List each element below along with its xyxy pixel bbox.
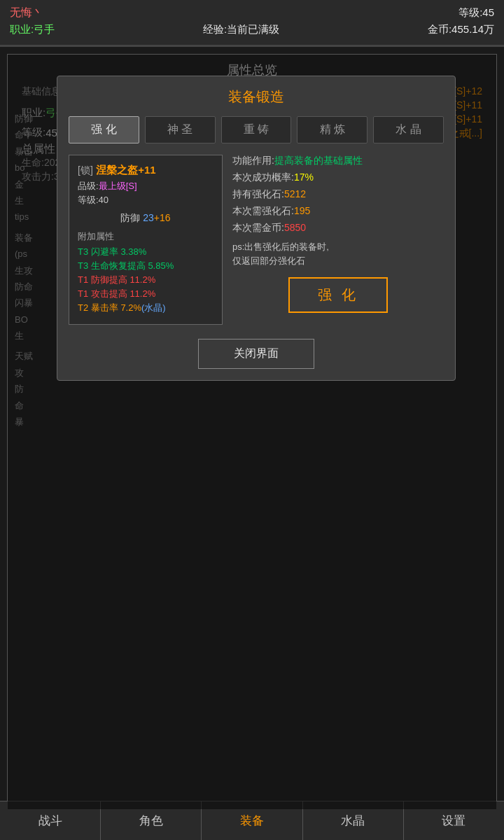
attr-1: T3 闪避率 3.38% <box>78 246 214 258</box>
info-function: 功能作用:提高装备的基础属性 <box>232 155 444 167</box>
player-name: 无悔丶 <box>10 6 43 20</box>
info-panel: 功能作用:提高装备的基础属性 本次成功概率:17% 持有强化石:5212 本次需… <box>232 155 444 325</box>
item-lock-label: [锁] <box>78 164 93 176</box>
attr-5: T2 暴击率 7.2%(水晶) <box>78 302 214 314</box>
attr-3: T1 防御提高 11.2% <box>78 274 214 286</box>
player-level: 等级:45 <box>458 6 494 20</box>
info-stones-owned: 持有强化石:5212 <box>232 188 444 201</box>
tab-strengthen[interactable]: 强 化 <box>69 116 139 144</box>
info-stones-needed: 本次需强化石:195 <box>232 205 444 218</box>
top-divider <box>0 46 504 47</box>
sub-attrs-title: 附加属性 <box>78 230 214 243</box>
forge-tabs: 强 化 神 圣 重 铸 精 炼 水 晶 <box>69 116 444 144</box>
forge-modal-body: [锁] 涅槃之盔+11 品级:最上级[S] 等级:40 防御 23+16 附加属… <box>69 155 444 325</box>
tab-recast[interactable]: 重 铸 <box>221 116 292 144</box>
main-content: 属性总览 基础信息 职业: 弓手 选择职业 等级: 45 总属性 生命:2024… <box>7 54 497 810</box>
info-gold-needed: 本次需金币:5850 <box>232 222 444 234</box>
item-header: [锁] 涅槃之盔+11 <box>78 164 214 177</box>
forge-modal-title: 装备锻造 <box>69 88 444 106</box>
info-success-rate: 本次成功概率:17% <box>232 172 444 184</box>
item-name: 涅槃之盔+11 <box>96 164 155 176</box>
tab-refine[interactable]: 精 炼 <box>297 116 368 144</box>
player-job: 职业:弓手 <box>10 23 55 36</box>
player-exp: 经验:当前已满级 <box>203 23 279 36</box>
tab-holy[interactable]: 神 圣 <box>145 116 216 144</box>
attr-4: T1 攻击提高 11.2% <box>78 288 214 300</box>
item-grade: 品级:最上级[S] <box>78 180 214 192</box>
item-card: [锁] 涅槃之盔+11 品级:最上级[S] 等级:40 防御 23+16 附加属… <box>69 155 223 325</box>
player-gold: 金币:455.14万 <box>428 23 494 36</box>
attr-2: T3 生命恢复提高 5.85% <box>78 260 214 272</box>
item-level: 等级:40 <box>78 194 214 206</box>
close-button[interactable]: 关闭界面 <box>198 339 314 369</box>
top-bar: 无悔丶 等级:45 职业:弓手 经验:当前已满级 金币:455.14万 <box>0 0 504 46</box>
forge-button[interactable]: 强 化 <box>288 277 388 313</box>
forge-modal: 装备锻造 强 化 神 圣 重 铸 精 炼 水 晶 [锁] 涅槃之盔+11 品级:… <box>57 76 456 381</box>
tab-crystal[interactable]: 水 晶 <box>373 116 444 144</box>
item-defense: 防御 23+16 <box>78 212 214 225</box>
ps-note: ps:出售强化后的装备时,仅返回部分强化石 <box>232 240 444 267</box>
